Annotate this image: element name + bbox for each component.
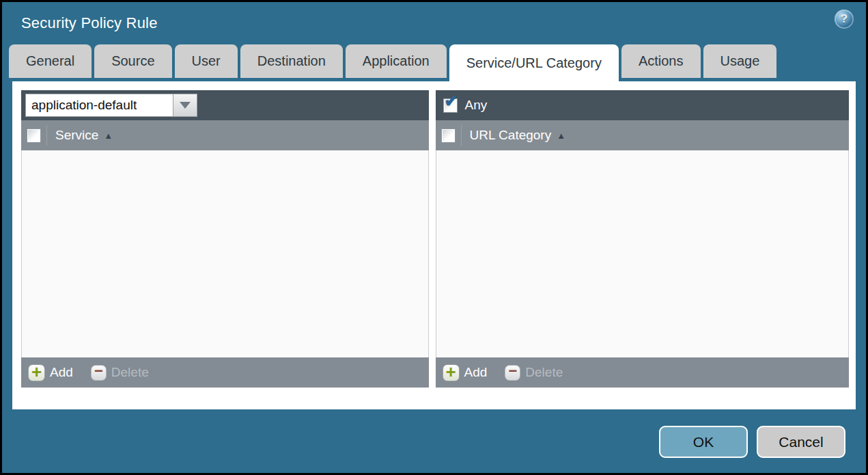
- service-mode-input[interactable]: [25, 94, 173, 117]
- service-toolbar: [21, 90, 429, 120]
- tab-bar: General Source User Destination Applicat…: [2, 44, 866, 81]
- url-category-add-label: Add: [464, 365, 488, 380]
- url-category-column-label: URL Category: [470, 128, 552, 143]
- url-category-select-all-checkbox[interactable]: [441, 128, 456, 143]
- service-footer: + Add − Delete: [21, 357, 429, 388]
- tab-application[interactable]: Application: [346, 44, 447, 78]
- url-category-toolbar: ✔ Any: [436, 90, 849, 120]
- service-delete-button[interactable]: − Delete: [91, 365, 149, 381]
- service-panel: Service ▲ + Add − Delete: [21, 90, 429, 388]
- plus-icon: +: [443, 364, 460, 381]
- caret-down-icon: [180, 102, 191, 109]
- url-category-footer: + Add − Delete: [436, 357, 849, 388]
- url-category-any-label: Any: [465, 98, 488, 113]
- service-add-button[interactable]: + Add: [28, 364, 73, 381]
- sort-asc-icon[interactable]: ▲: [104, 131, 113, 141]
- service-list[interactable]: [21, 150, 429, 357]
- header-separator: [461, 125, 462, 146]
- dialog-title: Security Policy Rule: [21, 14, 158, 32]
- service-column-header-row: Service ▲: [21, 120, 429, 150]
- titlebar: Security Policy Rule ?: [2, 2, 866, 44]
- sort-asc-icon[interactable]: ▲: [557, 131, 565, 141]
- url-category-delete-button[interactable]: − Delete: [505, 365, 563, 381]
- minus-icon: −: [91, 365, 107, 381]
- plus-icon: +: [28, 364, 45, 381]
- ok-button[interactable]: OK: [659, 426, 748, 458]
- tab-usage[interactable]: Usage: [703, 44, 777, 78]
- url-category-panel: ✔ Any URL Category ▲ + Add − Delete: [436, 90, 849, 388]
- url-category-any-checkbox[interactable]: ✔: [443, 98, 458, 113]
- service-add-label: Add: [50, 365, 73, 380]
- minus-icon: −: [505, 365, 520, 381]
- service-mode-dropdown-button[interactable]: [173, 94, 197, 117]
- security-policy-rule-dialog: Security Policy Rule ? General Source Us…: [2, 2, 866, 473]
- help-icon[interactable]: ?: [835, 10, 854, 29]
- tab-general[interactable]: General: [9, 44, 92, 78]
- tab-user[interactable]: User: [175, 44, 238, 78]
- checkmark-icon: ✔: [445, 93, 458, 109]
- tab-content: Service ▲ + Add − Delete ✔ An: [12, 81, 856, 409]
- cancel-button[interactable]: Cancel: [757, 426, 845, 458]
- dialog-action-buttons: OK Cancel: [659, 426, 845, 458]
- header-separator: [46, 125, 47, 146]
- url-category-delete-label: Delete: [525, 365, 563, 380]
- service-column-label: Service: [55, 128, 98, 143]
- url-category-list[interactable]: [436, 150, 849, 357]
- service-delete-label: Delete: [111, 365, 149, 380]
- tab-destination[interactable]: Destination: [240, 44, 343, 78]
- url-category-column-header-row: URL Category ▲: [436, 120, 849, 150]
- service-select-all-checkbox[interactable]: [27, 128, 41, 143]
- tab-service-url-category[interactable]: Service/URL Category: [449, 44, 619, 81]
- service-mode-combo: [25, 94, 197, 117]
- tab-actions[interactable]: Actions: [621, 44, 701, 78]
- tab-source[interactable]: Source: [94, 44, 171, 78]
- url-category-add-button[interactable]: + Add: [443, 364, 488, 381]
